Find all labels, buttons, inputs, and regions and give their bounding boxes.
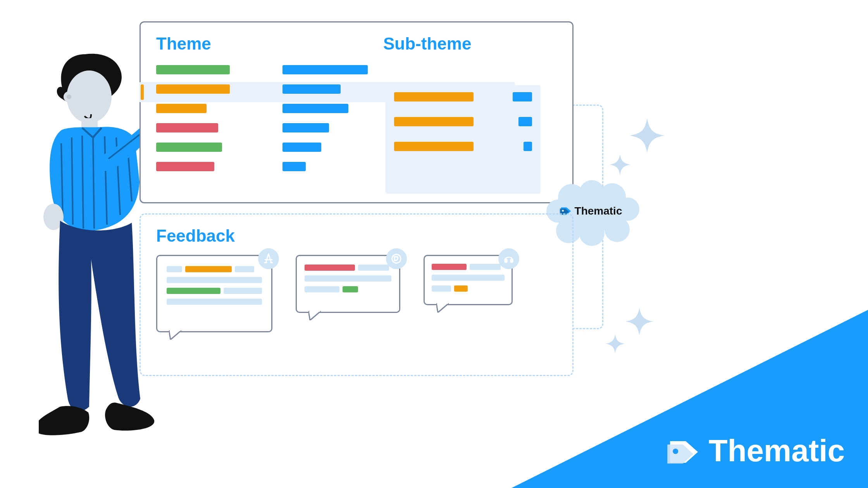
subtheme-row	[394, 142, 532, 151]
svg-rect-15	[511, 259, 513, 262]
delighted-icon	[386, 248, 407, 269]
subtheme-bar	[513, 92, 532, 101]
theme-heading: Theme	[156, 34, 383, 53]
feedback-card	[296, 255, 400, 313]
subtheme-bar	[518, 117, 532, 126]
theme-bar	[156, 84, 230, 94]
tag-icon	[667, 437, 702, 464]
subtheme-row	[394, 117, 532, 126]
support-icon	[498, 248, 519, 269]
svg-point-2	[67, 95, 71, 99]
feedback-cards	[156, 255, 557, 332]
blue-bar	[282, 84, 341, 94]
subtheme-bar	[394, 142, 474, 151]
subtheme-bar	[394, 92, 474, 101]
feedback-frame: Feedback	[140, 213, 574, 376]
blue-bar	[282, 143, 321, 152]
svg-rect-14	[505, 259, 507, 262]
brand-name: Thematic	[575, 205, 622, 217]
sparkle-icon	[608, 153, 632, 178]
svg-point-13	[392, 254, 401, 263]
subtheme-bar	[394, 117, 474, 126]
subtheme-bar	[524, 142, 532, 151]
blue-bar	[282, 123, 329, 132]
feedback-card	[424, 255, 513, 305]
brand-name: Thematic	[709, 433, 845, 469]
chart-area	[156, 65, 557, 193]
feedback-heading: Feedback	[156, 226, 557, 246]
appstore-icon	[258, 248, 279, 269]
theme-bar	[156, 65, 230, 74]
subtheme-panel	[386, 85, 541, 194]
theme-bars	[156, 65, 245, 181]
theme-bar	[156, 104, 207, 113]
dashboard-panel: Theme Sub-theme	[140, 21, 574, 203]
blue-bar	[282, 65, 368, 74]
theme-bar	[156, 162, 214, 171]
illustration-canvas: Theme Sub-theme	[0, 0, 868, 488]
sparkle-icon	[628, 116, 666, 156]
blue-bar	[282, 162, 306, 171]
subtheme-row	[394, 92, 532, 101]
blue-bars	[282, 65, 383, 181]
feedback-card	[156, 255, 272, 332]
subtheme-heading: Sub-theme	[383, 34, 471, 53]
panel-headers: Theme Sub-theme	[156, 34, 557, 53]
theme-bar	[156, 123, 218, 132]
brand-logo: Thematic	[667, 433, 845, 469]
svg-point-12	[562, 210, 564, 212]
theme-bar	[156, 143, 222, 152]
blue-bar	[282, 104, 348, 113]
svg-point-16	[673, 448, 678, 454]
